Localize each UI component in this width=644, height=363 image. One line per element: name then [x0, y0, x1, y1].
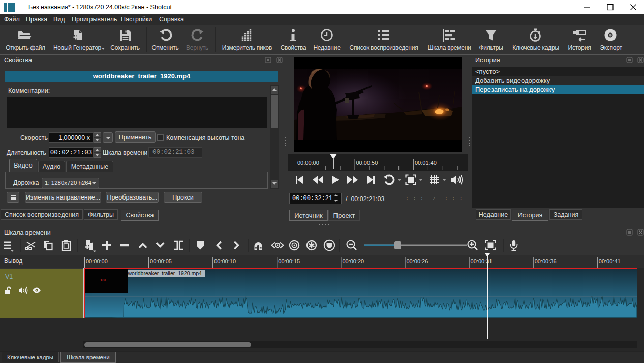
svg-text:00:00:26: 00:00:26	[407, 258, 428, 265]
svg-text:00:00:36: 00:00:36	[535, 258, 557, 265]
svg-text:00:01:40: 00:01:40	[415, 160, 437, 166]
svg-text:00:00:10: 00:00:10	[214, 258, 236, 265]
svg-text:00:00:00: 00:00:00	[297, 160, 319, 166]
svg-text:00:00:15: 00:00:15	[278, 258, 300, 265]
svg-text:00:00:00: 00:00:00	[86, 258, 108, 265]
svg-text:00:00:31: 00:00:31	[471, 258, 493, 265]
svg-text:00:00:50: 00:00:50	[356, 160, 378, 166]
svg-text:00:00:05: 00:00:05	[150, 258, 172, 265]
svg-text:00:00:20: 00:00:20	[342, 258, 364, 265]
svg-text:00:00:41: 00:00:41	[599, 258, 621, 265]
